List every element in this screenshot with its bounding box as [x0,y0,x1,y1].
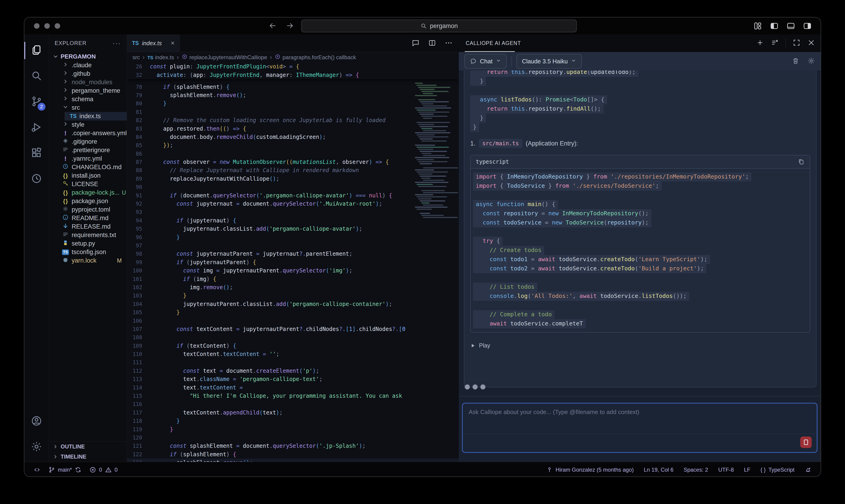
search-input[interactable]: pergamon [301,19,577,32]
project-root-folder[interactable]: PERGAMON [49,52,127,61]
sidebar-item-.gitignore[interactable]: .gitignore [49,138,127,146]
code-line[interactable]: 122 if (splashElement) { [127,450,459,458]
minimap[interactable] [415,83,458,221]
play-disclosure[interactable]: Play [470,342,810,349]
indentation-status[interactable]: Spaces: 2 [684,467,708,473]
breadcrumb-item[interactable]: paragraphs.forEach() callback [275,54,356,61]
breadcrumb-item[interactable]: TSindex.ts [147,54,174,60]
code-line[interactable]: 112 const text = document.createElement(… [127,367,459,375]
code-line[interactable]: 107 const textContent = jupyternautParen… [127,325,459,333]
code-line[interactable]: 93 [127,208,459,216]
code-line[interactable]: 78 if (splashElement) { [127,83,459,91]
code-line[interactable]: 110 textContent.textContent = ''; [127,350,459,358]
sidebar-section-outline[interactable]: OUTLINE [49,442,127,452]
code-line[interactable]: 85 }); [127,141,459,149]
close-panel-icon[interactable] [807,39,815,48]
cursor-position-status[interactable]: Ln 19, Col 6 [644,467,673,473]
code-line[interactable]: 82 // Remove the custom loading screen o… [127,116,459,124]
code-line[interactable]: 101 if (img) { [127,275,459,283]
toggle-primary-sidebar-icon[interactable] [770,21,779,32]
sidebar-item-tsconfig.json[interactable]: TStsconfig.json [49,248,127,256]
code-line[interactable]: 109 if (textContent) { [127,342,459,350]
toggle-panel-icon[interactable] [786,21,795,32]
code-line[interactable]: 94 if (jupyternaut) { [127,216,459,225]
close-tab-icon[interactable]: × [171,39,175,47]
code-line[interactable]: 120 [127,434,459,442]
forward-icon[interactable] [285,21,294,31]
sidebar-item-pergamon_theme[interactable]: pergamon_theme [49,87,127,95]
sidebar-item-requirements.txt[interactable]: requirements.txt [49,231,127,239]
code-line[interactable]: 108 [127,333,459,342]
code-line[interactable]: 96 } [127,233,459,241]
activity-extensions[interactable] [24,141,49,166]
code-line[interactable]: 117 textContent.appendChild(text); [127,409,459,417]
sidebar-item-node_modules[interactable]: node_modules [49,78,127,87]
code-line[interactable]: 87 const observer = new MutationObserver… [127,158,459,166]
code-line[interactable]: 105 } [127,308,459,317]
sidebar-item-.claude[interactable]: .claude [49,61,127,70]
tab-index-ts[interactable]: TS index.ts × [127,34,180,52]
sidebar-item-.prettierignore[interactable]: .prettierignore [49,146,127,155]
chat-input[interactable] [463,403,817,433]
new-chat-icon[interactable] [756,39,764,48]
encoding-status[interactable]: UTF-8 [718,467,734,473]
breadcrumb[interactable]: src›TSindex.ts›replaceJupyternautWithCal… [127,52,459,62]
code-line[interactable]: 90 [127,183,459,191]
activity-history[interactable] [24,166,49,192]
window-controls[interactable] [34,23,60,29]
code-line[interactable]: 113 text.className = 'pergamon-calliope-… [127,375,459,383]
sidebar-item-.yarnrc.yml[interactable]: !.yarnrc.yml [49,155,127,163]
code-line[interactable]: 115 "Hi there! I'm Calliope, your progra… [127,392,459,400]
maximize-panel-icon[interactable] [793,39,800,48]
sidebar-item-index.ts[interactable]: TSindex.ts [65,112,127,121]
code-line[interactable]: 104 jupyternautParent.classList.add('per… [127,300,459,308]
code-line[interactable]: 116 [127,400,459,408]
activity-source-control[interactable]: 2 [24,89,49,115]
copy-icon[interactable] [798,158,805,165]
activity-settings[interactable] [24,434,49,460]
sidebar-item-style[interactable]: style [49,121,127,129]
code-line[interactable]: 79 splashElement.remove(); [127,91,459,100]
code-line[interactable]: 84 document.body.removeChild(customLoadi… [127,133,459,141]
code-line[interactable]: 106 [127,317,459,325]
code-line[interactable]: 92 const jupyternaut = document.querySel… [127,200,459,208]
activity-search[interactable] [24,64,49,89]
code-line[interactable]: 103 } [127,291,459,300]
code-line[interactable]: 91 if (document.querySelector('.pergamon… [127,191,459,199]
code-line[interactable]: 118 } [127,417,459,425]
sidebar-item-yarn.lock[interactable]: yarn.lockM [49,256,127,265]
sidebar-item-schema[interactable]: schema [49,95,127,104]
sidebar-item-LICENSE[interactable]: LICENSE [49,180,127,188]
chat-history-icon[interactable] [771,39,779,48]
sidebar-item-src[interactable]: src [49,104,127,112]
open-chat-icon[interactable] [411,39,420,48]
model-select[interactable]: Claude 3.5 Haiku [516,54,582,69]
sidebar-item-.github[interactable]: .github [49,70,127,78]
branch-status[interactable]: main* [48,466,82,473]
eol-status[interactable]: LF [744,467,751,473]
mode-select[interactable]: Chat [464,54,507,69]
code-line[interactable]: 83 app.restored.then(() => { [127,124,459,133]
toggle-secondary-sidebar-icon[interactable] [803,21,812,32]
remote-indicator[interactable] [34,466,40,473]
notifications-status[interactable] [805,466,811,473]
back-icon[interactable] [268,21,277,31]
close-window-button[interactable] [34,23,39,29]
sidebar-item-RELEASE.md[interactable]: RELEASE.md [49,222,127,231]
stop-generation-button[interactable] [800,436,812,448]
sidebar-item-install.json[interactable]: { }install.json [49,172,127,180]
git-blame-status[interactable]: Hiram Gonzalez (5 months ago) [546,466,634,473]
code-editor[interactable]: 78 if (splashElement) {79 splashElement.… [127,62,459,462]
activity-accounts[interactable] [24,409,49,434]
more-actions-icon[interactable] [444,39,453,48]
sidebar-item-.copier-answers.yml[interactable]: !.copier-answers.yml [49,129,127,138]
sidebar-item-README.md[interactable]: README.md [49,214,127,222]
sidebar-item-package.json[interactable]: { }package.json [49,197,127,205]
code-line[interactable]: 89 replaceJupyternautWithCalliope(); [127,175,459,183]
problems-status[interactable]: 0 0 [89,466,118,473]
minimize-window-button[interactable] [44,23,50,29]
code-line[interactable]: 88 // Replace Jupyternaut with Calliope … [127,166,459,175]
code-line[interactable]: 98 const jupyternautParent = jupyternaut… [127,250,459,258]
sidebar-item-CHANGELOG.md[interactable]: CHANGELOG.md [49,163,127,172]
split-editor-icon[interactable] [428,39,436,48]
